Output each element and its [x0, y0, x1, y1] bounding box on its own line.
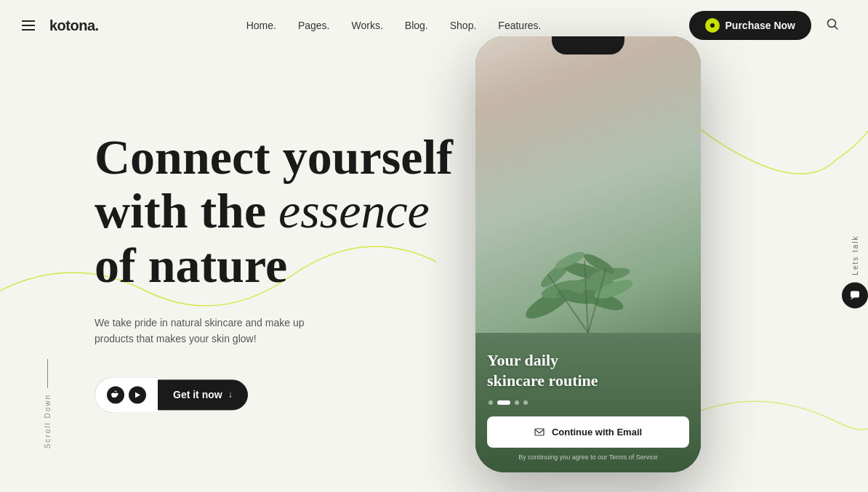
- nav-works[interactable]: Works.: [352, 20, 383, 31]
- purchase-button[interactable]: Purchase Now: [689, 11, 811, 40]
- phone-dots: [487, 400, 689, 405]
- phone-cta-label: Continue with Email: [552, 427, 642, 437]
- hamburger-menu[interactable]: [22, 20, 35, 31]
- lets-talk-section: Lets talk: [842, 235, 868, 308]
- get-it-label: Get it now: [173, 389, 222, 400]
- icon-pills: [95, 376, 158, 413]
- svg-marker-3: [135, 392, 140, 398]
- logo: kotona.: [49, 17, 99, 34]
- nav-shop[interactable]: Shop.: [450, 20, 477, 31]
- lets-talk-button[interactable]: [842, 282, 868, 308]
- play-icon: [129, 386, 146, 403]
- scroll-indicator: Scroll Down: [44, 359, 52, 448]
- navigation: kotona. Home. Pages. Works. Blog. Shop. …: [0, 0, 868, 51]
- svg-rect-18: [535, 429, 544, 435]
- phone-screen: Your daily skincare routine: [475, 36, 701, 472]
- phone-dot-2-active: [497, 400, 510, 405]
- svg-rect-19: [851, 291, 859, 297]
- purchase-dot-icon: [705, 18, 720, 33]
- phone-tagline-line1: Your daily: [487, 351, 558, 369]
- nav-right: Purchase Now: [689, 11, 839, 40]
- phone-tagline-line2: skincare routine: [487, 371, 598, 390]
- phone-dot-4: [523, 400, 528, 405]
- apple-icon: [107, 386, 124, 403]
- hero-subtitle: We take pride in natural skincare and ma…: [95, 315, 342, 347]
- lets-talk-text: Lets talk: [851, 235, 859, 275]
- phone-mockup: Your daily skincare routine: [475, 36, 701, 472]
- phone-dot-3: [515, 400, 519, 405]
- nav-features[interactable]: Features.: [498, 20, 541, 31]
- svg-line-2: [835, 27, 838, 30]
- mail-icon: [534, 427, 544, 437]
- phone-continue-button[interactable]: Continue with Email: [487, 416, 689, 448]
- leaves-svg: [490, 187, 686, 333]
- phone-overlay: Your daily skincare routine: [475, 339, 701, 472]
- hero-content: Connect yourself with the essence of nat…: [95, 130, 473, 413]
- hero-title-text: Connect yourself with the essence of nat…: [95, 129, 453, 294]
- purchase-label: Purchase Now: [726, 20, 795, 31]
- arrow-down-icon: ↓: [228, 390, 233, 400]
- phone-dot-1: [489, 400, 493, 405]
- hero-title: Connect yourself with the essence of nat…: [95, 130, 473, 293]
- nav-left: kotona.: [22, 17, 99, 34]
- phone-bottom-text: By continuing you agree to our Terms of …: [487, 453, 689, 461]
- nav-home[interactable]: Home.: [246, 20, 276, 31]
- phone-frame: Your daily skincare routine: [475, 36, 701, 472]
- svg-point-0: [710, 23, 715, 28]
- scroll-line: [47, 359, 48, 388]
- hero-title-italic: essence: [278, 184, 430, 239]
- hero-section: Connect yourself with the essence of nat…: [0, 51, 868, 492]
- search-button[interactable]: [826, 17, 839, 33]
- cta-group: Get it now ↓: [95, 376, 473, 413]
- svg-marker-20: [851, 297, 854, 299]
- get-it-now-button[interactable]: Get it now ↓: [158, 379, 248, 410]
- nav-blog[interactable]: Blog.: [405, 20, 428, 31]
- scroll-text: Scroll Down: [44, 394, 52, 448]
- phone-image-bg: [475, 36, 701, 333]
- nav-pages[interactable]: Pages.: [298, 20, 330, 31]
- nav-links: Home. Pages. Works. Blog. Shop. Features…: [246, 20, 542, 31]
- svg-point-1: [828, 20, 836, 28]
- phone-tagline: Your daily skincare routine: [487, 350, 689, 392]
